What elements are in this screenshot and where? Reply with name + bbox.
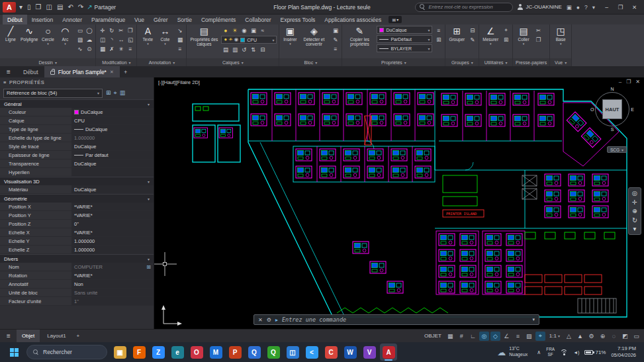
- firefox[interactable]: F: [130, 343, 148, 361]
- fillet-icon[interactable]: ◝: [107, 35, 116, 44]
- visual-studio[interactable]: V: [361, 343, 378, 361]
- match-layer-icon[interactable]: ⊞: [434, 35, 443, 44]
- tab-debut[interactable]: Début: [3, 15, 27, 24]
- command-line[interactable]: ✕ ⚙ ▸ Entrez une commande ▾: [253, 314, 539, 325]
- property-row[interactable]: Unité de bloc Sans unité ⊞: [0, 289, 154, 297]
- viewcube-top-face[interactable]: HAUT: [602, 99, 622, 119]
- group-edit-icon[interactable]: ✎: [468, 35, 477, 44]
- panel-title-bloc[interactable]: Bloc▾: [279, 58, 342, 66]
- viewcube-ucs-menu[interactable]: SCG ▾: [607, 146, 627, 153]
- maximize-button[interactable]: ❐: [614, 0, 627, 14]
- section-general[interactable]: Général▾: [0, 99, 154, 108]
- spline-icon[interactable]: ∿: [75, 44, 84, 53]
- text-tool[interactable]: ATexte▾: [139, 26, 156, 45]
- wifi-icon[interactable]: [560, 349, 568, 355]
- table-icon[interactable]: ▦: [175, 35, 184, 44]
- q-app[interactable]: Q: [246, 343, 263, 361]
- viewcube[interactable]: N O S E HAUT: [591, 88, 633, 130]
- hatch-icon[interactable]: ▨: [75, 35, 84, 44]
- space-indicator[interactable]: OBJET: [424, 333, 441, 339]
- snap-mode-icon[interactable]: #: [457, 332, 467, 341]
- property-value[interactable]: Non ⊞: [71, 280, 154, 288]
- drawing-tabs-menu-icon[interactable]: ≡: [0, 66, 17, 77]
- property-value[interactable]: 1.000000 ⊞: [71, 237, 154, 245]
- zoom[interactable]: Z: [150, 343, 167, 361]
- tab-express-tools[interactable]: Express Tools: [276, 15, 320, 24]
- tab-annoter[interactable]: Annoter: [58, 15, 87, 24]
- tray-chevron-icon[interactable]: ∧: [537, 349, 541, 355]
- copy-icon[interactable]: ❐: [126, 26, 134, 34]
- viewport-controls-label[interactable]: [-][Haut][Filaire 2D]: [158, 79, 200, 85]
- group-tool[interactable]: ⊞Grouper▾: [447, 26, 466, 42]
- property-row[interactable]: Echelle du type de ligne 1.000000 ⊞: [0, 134, 154, 142]
- create-block-icon[interactable]: ▣: [331, 26, 340, 34]
- property-row[interactable]: Position X *VARIE* ⊞: [0, 203, 154, 211]
- orbit-icon[interactable]: ↻: [632, 217, 637, 224]
- tab-close-icon[interactable]: ✕: [110, 69, 114, 75]
- property-value[interactable]: *VARIE* ⊞: [71, 228, 154, 236]
- property-row[interactable]: Position Y *VARIE* ⊞: [0, 211, 154, 220]
- property-value[interactable]: DuCalque ⊞: [71, 185, 154, 193]
- tab-gerer[interactable]: Gérer: [149, 15, 173, 24]
- opera[interactable]: O: [188, 343, 205, 361]
- panel-title-groupes[interactable]: Groupes▾: [445, 58, 479, 66]
- stretch-icon[interactable]: ↔: [116, 35, 125, 44]
- offset-icon[interactable]: ≡: [126, 44, 134, 53]
- section-divers[interactable]: Divers▾: [0, 254, 154, 263]
- erase-icon[interactable]: ✗: [107, 44, 116, 53]
- section-geometrie[interactable]: Géométrie▾: [0, 194, 154, 203]
- tab-collaborer[interactable]: Collaborer: [240, 15, 275, 24]
- lineweight-dropdown[interactable]: ParDéfaut ▾: [377, 35, 432, 43]
- floor-plan-drawing[interactable]: PRINTER ISLAND: [154, 77, 644, 329]
- layer-lock-icon[interactable]: ◉: [240, 26, 248, 34]
- vscode[interactable]: <: [303, 343, 320, 361]
- viewport-minimize-icon[interactable]: –: [619, 79, 621, 85]
- property-value[interactable]: 1.000000 ⊞: [71, 134, 154, 142]
- battery-indicator[interactable]: 71%: [584, 349, 606, 355]
- layer-unisolate-icon[interactable]: ▥: [230, 45, 239, 54]
- command-close-icon[interactable]: ✕: [258, 317, 263, 323]
- edge[interactable]: e: [169, 343, 186, 361]
- circle-tool[interactable]: ○Cercle▾: [39, 26, 56, 45]
- annotation-monitor-icon[interactable]: ⊕: [598, 332, 608, 341]
- polyline-tool[interactable]: ∿Polyligne▾: [19, 26, 39, 45]
- lineweight-icon[interactable]: ≡: [513, 332, 523, 341]
- outlook[interactable]: M: [207, 343, 224, 361]
- weather-widget[interactable]: ☁ 13°C Nuageux: [494, 346, 530, 358]
- help-icon[interactable]: ?: [584, 4, 588, 11]
- navigation-wheel-icon[interactable]: ◎: [632, 190, 637, 197]
- line-tool[interactable]: ╱Ligne▾: [2, 26, 19, 45]
- base-view-tool[interactable]: ◳Base▾: [552, 26, 569, 45]
- quick-select-icon[interactable]: ▥: [120, 89, 126, 97]
- property-row[interactable]: Style de tracé DuCalque ⊞: [0, 142, 154, 151]
- paste-tool[interactable]: ▤Coller▾: [515, 26, 532, 45]
- zoom-icon[interactable]: ⊕: [632, 208, 637, 214]
- ungroup-icon[interactable]: ⊟: [468, 26, 477, 34]
- command-input[interactable]: Entrez une commande: [282, 316, 529, 323]
- layer-walk-icon[interactable]: ⇅: [249, 45, 257, 54]
- ellipse-icon[interactable]: ◯: [85, 26, 93, 34]
- transparency-icon[interactable]: ▨: [524, 332, 534, 341]
- viewcube-east[interactable]: E: [631, 107, 634, 112]
- property-row[interactable]: Echelle Z 1.000000 ⊞: [0, 246, 154, 254]
- property-row[interactable]: Type de ligne DuCalque ⊞: [0, 125, 154, 134]
- workspace-gear-icon[interactable]: ⚙: [586, 332, 596, 341]
- array-icon[interactable]: ▦: [98, 44, 107, 53]
- quick-calc-icon[interactable]: ⊞: [502, 35, 510, 44]
- chrome[interactable]: C: [322, 343, 340, 361]
- property-row[interactable]: Rotation *VARIE* ⊞: [0, 271, 154, 280]
- panel-title-proprietes[interactable]: Propriétés▾: [342, 58, 445, 66]
- panel-title-annotation[interactable]: Annotation▾: [137, 58, 186, 66]
- undo-icon[interactable]: ↶: [68, 4, 73, 11]
- edit-block-icon[interactable]: ✎: [331, 35, 340, 44]
- property-row[interactable]: Echelle Y 1.000000 ⊞: [0, 237, 154, 246]
- measure-tool[interactable]: ∠Mesurer▾: [481, 26, 500, 45]
- property-row[interactable]: Transparence DuCalque ⊞: [0, 159, 154, 168]
- section-visualisation-3d[interactable]: Visualisation 3D▾: [0, 177, 154, 185]
- layer-properties-tool[interactable]: ▤Propriétés des calques▾: [189, 26, 219, 46]
- rotate-icon[interactable]: ↻: [107, 26, 116, 34]
- toggle-pickadd-icon[interactable]: ⊞: [106, 89, 111, 97]
- property-value[interactable]: ⊞: [71, 168, 154, 176]
- property-value[interactable]: CPU ⊞: [71, 116, 154, 124]
- property-row[interactable]: Nom COMPUTER ⊞: [0, 263, 154, 271]
